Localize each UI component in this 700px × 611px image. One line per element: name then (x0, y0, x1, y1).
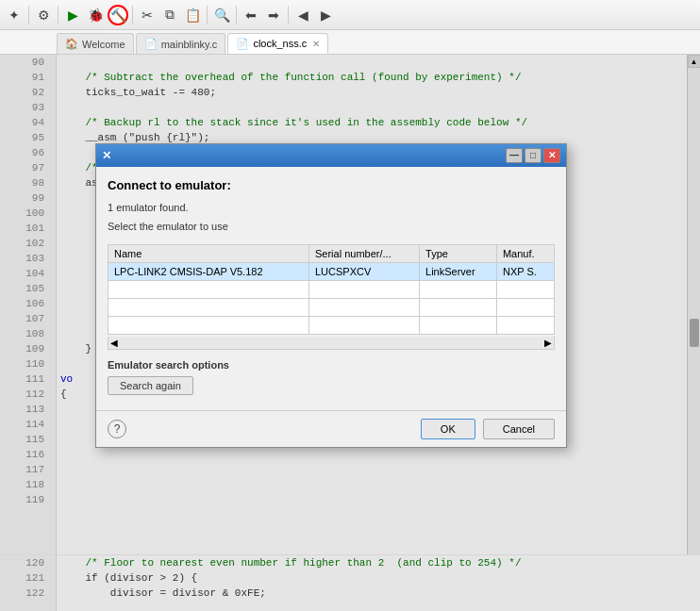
toolbar-icon-paste[interactable]: 📋 (182, 5, 203, 25)
toolbar-icon-build[interactable]: 🔨 (108, 5, 128, 25)
tab-clock-nss[interactable]: 📄 clock_nss.c ✕ (227, 33, 328, 54)
dialog-footer: ? OK Cancel (96, 410, 566, 447)
dialog-maximize-button[interactable]: □ (525, 148, 542, 163)
toolbar-icon-cut[interactable]: ✂ (137, 5, 158, 25)
search-options-section: Emulator search options Search again (108, 359, 555, 395)
toolbar-sep-4 (207, 6, 208, 25)
toolbar-icon-copy[interactable]: ⧉ (159, 5, 180, 25)
tab-clock-nss-icon: 📄 (236, 38, 249, 50)
scroll-right-arrow[interactable]: ▶ (544, 338, 552, 348)
tabbar: 🏠 Welcome 📄 mainblinky.c 📄 clock_nss.c ✕ (0, 30, 700, 55)
tab-mainblinky-label: mainblinky.c (161, 39, 218, 50)
tab-mainblinky-icon: 📄 (144, 38, 158, 50)
tab-welcome-icon: 🏠 (65, 38, 78, 50)
help-icon[interactable]: ? (108, 420, 126, 438)
emulator-row-empty-1 (108, 280, 555, 298)
emulator-row-0[interactable]: LPC-LINK2 CMSIS-DAP V5.182 LUCSPXCV Link… (108, 262, 555, 280)
toolbar-icon-arrow-left[interactable]: ◀ (292, 5, 313, 25)
tab-welcome-label: Welcome (82, 39, 125, 50)
emulator-type: LinkServer (420, 262, 497, 280)
toolbar-icon-search[interactable]: 🔍 (211, 5, 232, 25)
toolbar-sep-2 (58, 6, 58, 25)
emulator-row-empty-3 (108, 316, 555, 334)
help-char: ? (114, 422, 121, 436)
dialog-titlebar-buttons: — □ ✕ (506, 148, 560, 163)
dialog-found-text: 1 emulator found. (108, 200, 555, 216)
toolbar-icon-arrow-right[interactable]: ▶ (315, 5, 336, 25)
emulator-table-container[interactable]: Name Serial number/... Type Manuf. LPC-L… (108, 244, 555, 337)
dialog-title-icon: ✕ (102, 149, 111, 162)
toolbar-sep-1 (28, 6, 29, 25)
ok-button[interactable]: OK (421, 419, 475, 439)
toolbar-icon-2[interactable]: ⚙ (33, 5, 54, 25)
connect-to-emulator-dialog: ✕ — □ ✕ Connect to emulator: 1 emulator … (95, 143, 567, 448)
tab-clock-nss-close[interactable]: ✕ (312, 39, 320, 49)
toolbar-icon-debug[interactable]: 🐞 (85, 5, 106, 25)
toolbar-icon-back[interactable]: ⬅ (241, 5, 261, 25)
dialog-select-text: Select the emulator to use (108, 219, 555, 235)
toolbar-sep-6 (288, 6, 289, 25)
emulator-table: Name Serial number/... Type Manuf. LPC-L… (108, 244, 555, 335)
editor-container: 90 91 92 93 94 95 96 97 98 99 100 101 10… (0, 55, 700, 611)
emulator-manuf: NXP S. (496, 262, 554, 280)
col-serial: Serial number/... (309, 244, 420, 262)
search-again-button[interactable]: Search again (108, 376, 193, 395)
dialog-close-button[interactable]: ✕ (543, 148, 560, 163)
cancel-button[interactable]: Cancel (483, 419, 555, 439)
dialog-minimize-button[interactable]: — (506, 148, 523, 163)
dialog-titlebar: ✕ — □ ✕ (96, 144, 566, 167)
tab-welcome[interactable]: 🏠 Welcome (57, 33, 134, 54)
toolbar-icon-run[interactable]: ▶ (62, 5, 83, 25)
col-name: Name (108, 244, 309, 262)
toolbar-icon-1[interactable]: ✦ (4, 5, 25, 25)
dialog-body: Connect to emulator: 1 emulator found. S… (96, 167, 566, 406)
scroll-left-arrow[interactable]: ◀ (110, 338, 118, 348)
toolbar-sep-3 (132, 6, 133, 25)
col-type: Type (420, 244, 497, 262)
emulator-row-empty-2 (108, 298, 555, 316)
emulator-serial: LUCSPXCV (309, 262, 420, 280)
emulator-name: LPC-LINK2 CMSIS-DAP V5.182 (108, 262, 309, 280)
search-options-label: Emulator search options (108, 359, 555, 371)
tab-clock-nss-label: clock_nss.c (253, 38, 307, 49)
col-manuf: Manuf. (496, 244, 554, 262)
dialog-heading: Connect to emulator: (108, 178, 555, 192)
toolbar-sep-5 (236, 6, 237, 25)
tab-mainblinky[interactable]: 📄 mainblinky.c (136, 33, 226, 54)
toolbar-icon-forward[interactable]: ➡ (263, 5, 284, 25)
toolbar: ✦ ⚙ ▶ 🐞 🔨 ✂ ⧉ 📋 🔍 ⬅ ➡ ◀ ▶ (0, 0, 700, 30)
dialog-overlay: ✕ — □ ✕ Connect to emulator: 1 emulator … (0, 55, 700, 611)
table-scrollbar[interactable]: ◀ ▶ (108, 337, 555, 350)
